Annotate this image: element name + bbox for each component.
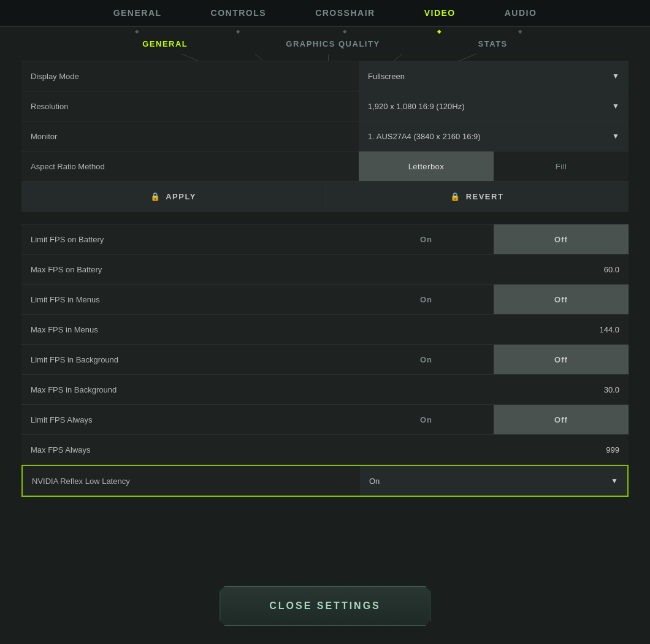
apply-icon: 🔒 bbox=[150, 192, 161, 201]
limit-fps-menus-value: On Off bbox=[359, 285, 629, 314]
close-button-container: CLOSE SETTINGS bbox=[220, 586, 430, 626]
display-settings-group: Display Mode Fullscreen ▼ Resolution 1,9… bbox=[21, 61, 629, 182]
subnav-stats[interactable]: STATS bbox=[429, 27, 557, 61]
sub-navigation: GENERAL GRAPHICS QUALITY STATS bbox=[0, 27, 650, 61]
max-fps-background-label: Max FPS in Background bbox=[21, 385, 359, 394]
limit-fps-menus-off-button[interactable]: Off bbox=[494, 285, 629, 314]
limit-fps-background-value: On Off bbox=[359, 345, 629, 374]
limit-fps-always-on-button[interactable]: On bbox=[359, 405, 494, 434]
chevron-down-icon: ▼ bbox=[612, 72, 619, 80]
limit-fps-background-toggle: On Off bbox=[359, 345, 629, 374]
limit-fps-menus-on-button[interactable]: On bbox=[359, 285, 494, 314]
display-mode-text: Fullscreen bbox=[368, 72, 405, 81]
nvidia-reflex-dropdown[interactable]: On ▼ bbox=[360, 466, 627, 496]
nvidia-reflex-row: NVIDIA Reflex Low Latency On ▼ bbox=[21, 465, 629, 497]
limit-fps-always-off-button[interactable]: Off bbox=[494, 405, 629, 434]
limit-fps-battery-label: Limit FPS on Battery bbox=[21, 235, 359, 244]
monitor-value: 1. AUS27A4 (3840 x 2160 16:9) ▼ bbox=[359, 121, 629, 151]
main-content: Display Mode Fullscreen ▼ Resolution 1,9… bbox=[0, 61, 650, 497]
aspect-ratio-label: Aspect Ratio Method bbox=[21, 162, 359, 171]
max-fps-battery-row: Max FPS on Battery 60.0 bbox=[21, 255, 629, 285]
aspect-toggle-group: Letterbox Fill bbox=[359, 151, 629, 181]
limit-fps-battery-value: On Off bbox=[359, 224, 629, 254]
monitor-text: 1. AUS27A4 (3840 x 2160 16:9) bbox=[368, 132, 481, 141]
top-navigation: GENERAL CONTROLS CROSSHAIR VIDEO AUDIO bbox=[0, 0, 650, 27]
fps-settings-group: Limit FPS on Battery On Off Max FPS on B… bbox=[21, 224, 629, 497]
resolution-dropdown[interactable]: 1,920 x 1,080 16:9 (120Hz) ▼ bbox=[359, 91, 629, 121]
max-fps-menus-label: Max FPS in Menus bbox=[21, 325, 359, 334]
aspect-ratio-row: Aspect Ratio Method Letterbox Fill bbox=[21, 151, 629, 182]
subnav-general[interactable]: GENERAL bbox=[93, 27, 237, 61]
max-fps-always-value: 999 bbox=[359, 435, 629, 464]
resolution-row: Resolution 1,920 x 1,080 16:9 (120Hz) ▼ bbox=[21, 91, 629, 121]
limit-fps-battery-off-button[interactable]: Off bbox=[494, 224, 629, 254]
max-fps-background-value: 30.0 bbox=[359, 375, 629, 404]
max-fps-battery-label: Max FPS on Battery bbox=[21, 265, 359, 274]
max-fps-menus-value: 144.0 bbox=[359, 315, 629, 344]
nav-crosshair[interactable]: CROSSHAIR bbox=[291, 0, 400, 26]
action-row: 🔒 APPLY 🔒 REVERT bbox=[21, 182, 629, 212]
revert-icon: 🔒 bbox=[450, 192, 461, 201]
close-settings-button[interactable]: CLOSE SETTINGS bbox=[220, 586, 430, 626]
monitor-dropdown[interactable]: 1. AUS27A4 (3840 x 2160 16:9) ▼ bbox=[359, 121, 629, 151]
max-fps-menus-display: 144.0 bbox=[359, 315, 629, 344]
subnav-graphics[interactable]: GRAPHICS QUALITY bbox=[237, 27, 429, 61]
group-spacer bbox=[21, 212, 629, 224]
max-fps-battery-value: 60.0 bbox=[359, 255, 629, 284]
resolution-label: Resolution bbox=[21, 102, 359, 111]
display-mode-label: Display Mode bbox=[21, 72, 359, 81]
limit-fps-battery-on-button[interactable]: On bbox=[359, 224, 494, 254]
display-mode-dropdown[interactable]: Fullscreen ▼ bbox=[359, 61, 629, 91]
aspect-ratio-value: Letterbox Fill bbox=[359, 151, 629, 181]
chevron-down-icon: ▼ bbox=[612, 102, 619, 110]
limit-fps-background-off-button[interactable]: Off bbox=[494, 345, 629, 374]
nav-audio[interactable]: AUDIO bbox=[480, 0, 562, 26]
monitor-row: Monitor 1. AUS27A4 (3840 x 2160 16:9) ▼ bbox=[21, 121, 629, 151]
max-fps-always-label: Max FPS Always bbox=[21, 445, 359, 454]
limit-fps-menus-label: Limit FPS in Menus bbox=[21, 295, 359, 304]
nav-general[interactable]: GENERAL bbox=[89, 0, 186, 26]
chevron-down-icon: ▼ bbox=[611, 477, 618, 485]
chevron-down-icon: ▼ bbox=[612, 132, 619, 140]
limit-fps-background-on-button[interactable]: On bbox=[359, 345, 494, 374]
nav-video[interactable]: VIDEO bbox=[400, 0, 480, 26]
display-mode-value: Fullscreen ▼ bbox=[359, 61, 629, 91]
limit-fps-battery-row: Limit FPS on Battery On Off bbox=[21, 224, 629, 255]
nav-controls[interactable]: CONTROLS bbox=[186, 0, 291, 26]
max-fps-always-display: 999 bbox=[359, 435, 629, 464]
resolution-text: 1,920 x 1,080 16:9 (120Hz) bbox=[368, 102, 465, 111]
limit-fps-always-row: Limit FPS Always On Off bbox=[21, 405, 629, 435]
limit-fps-always-label: Limit FPS Always bbox=[21, 415, 359, 424]
resolution-value: 1,920 x 1,080 16:9 (120Hz) ▼ bbox=[359, 91, 629, 121]
limit-fps-always-value: On Off bbox=[359, 405, 629, 434]
limit-fps-menus-row: Limit FPS in Menus On Off bbox=[21, 285, 629, 315]
letterbox-button[interactable]: Letterbox bbox=[359, 151, 494, 181]
apply-button[interactable]: 🔒 APPLY bbox=[21, 182, 325, 211]
limit-fps-background-row: Limit FPS in Background On Off bbox=[21, 345, 629, 375]
fill-button[interactable]: Fill bbox=[494, 151, 629, 181]
nvidia-reflex-value: On ▼ bbox=[360, 466, 627, 496]
max-fps-background-display: 30.0 bbox=[359, 375, 629, 404]
apply-label: APPLY bbox=[166, 192, 196, 201]
max-fps-background-row: Max FPS in Background 30.0 bbox=[21, 375, 629, 405]
limit-fps-battery-toggle: On Off bbox=[359, 224, 629, 254]
revert-button[interactable]: 🔒 REVERT bbox=[325, 182, 629, 211]
limit-fps-background-label: Limit FPS in Background bbox=[21, 355, 359, 364]
revert-label: REVERT bbox=[466, 192, 504, 201]
display-mode-row: Display Mode Fullscreen ▼ bbox=[21, 61, 629, 91]
max-fps-menus-row: Max FPS in Menus 144.0 bbox=[21, 315, 629, 345]
limit-fps-menus-toggle: On Off bbox=[359, 285, 629, 314]
max-fps-battery-display: 60.0 bbox=[359, 255, 629, 284]
limit-fps-always-toggle: On Off bbox=[359, 405, 629, 434]
nvidia-reflex-label: NVIDIA Reflex Low Latency bbox=[23, 477, 360, 486]
monitor-label: Monitor bbox=[21, 132, 359, 141]
nvidia-reflex-text: On bbox=[369, 477, 380, 486]
max-fps-always-row: Max FPS Always 999 bbox=[21, 435, 629, 465]
